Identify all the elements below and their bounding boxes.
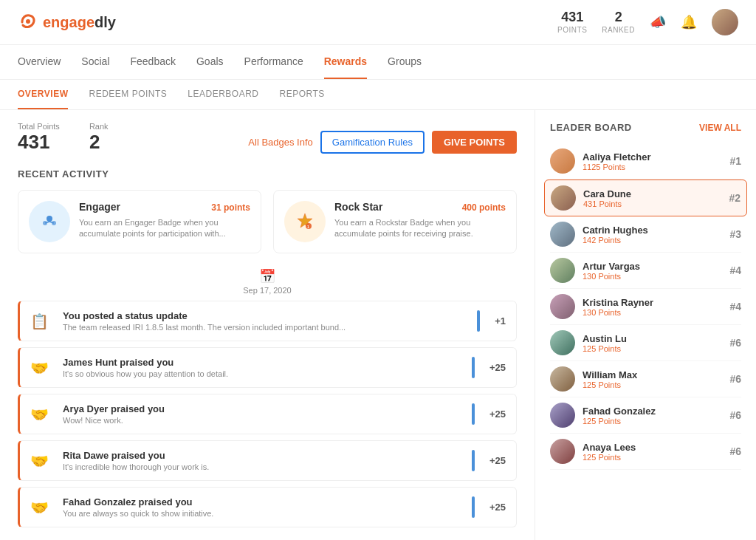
lb-name-8: Anaya Lees <box>583 442 722 453</box>
give-points-button[interactable]: GIVE POINTS <box>432 131 517 154</box>
lb-info-4: Kristina Rayner 130 Points <box>583 297 722 317</box>
activity-points-2: +25 <box>489 409 506 420</box>
subnav-leaderboard[interactable]: LEADERBOARD <box>188 80 258 109</box>
activity-content-3: Rita Dawe praised you It's incredible ho… <box>63 450 463 471</box>
rockstar-badge-info: Rock Star 400 points You earn a Rockstar… <box>334 201 506 242</box>
activity-divider-3 <box>472 450 475 471</box>
lb-avatar-2 <box>550 222 575 247</box>
gamification-rules-button[interactable]: Gamification Rules <box>320 131 425 154</box>
lb-name-2: Catrin Hughes <box>583 225 722 236</box>
activity-points-4: +25 <box>489 502 506 513</box>
header-ranked-value: 2 <box>602 10 635 26</box>
total-points-value: 431 <box>18 131 60 154</box>
activity-title-1: James Hunt praised you <box>63 357 463 368</box>
lb-points-6: 125 Points <box>583 380 722 389</box>
all-badges-info-button[interactable]: All Badges Info <box>248 137 312 148</box>
rockstar-badge-points: 400 points <box>462 202 506 213</box>
nav-goals[interactable]: Goals <box>196 45 224 79</box>
activity-item-2: 🤝 Arya Dyer praised you Wow! Nice work. … <box>18 394 517 434</box>
lb-item-6: William Max 125 Points #6 <box>550 361 741 397</box>
activity-item-3: 🤝 Rita Dawe praised you It's incredible … <box>18 440 517 481</box>
nav-feedback[interactable]: Feedback <box>131 45 176 79</box>
subnav-redeem[interactable]: REDEEM POINTS <box>89 80 167 109</box>
header-points-label: POINTS <box>557 26 587 35</box>
recent-activity-title: RECENT ACTIVITY <box>18 168 517 180</box>
lb-item-1: Cara Dune 431 Points #2 <box>544 180 747 216</box>
lb-rank-0: #1 <box>729 155 741 167</box>
lb-avatar-7 <box>550 403 575 428</box>
megaphone-icon[interactable]: 📣 <box>650 14 666 30</box>
lb-points-5: 125 Points <box>583 344 722 353</box>
lb-item-7: Fahad Gonzalez 125 Points #6 <box>550 397 741 434</box>
lb-name-5: Austin Lu <box>583 333 722 344</box>
engager-badge-desc: You earn an Engager Badge when you accum… <box>79 217 250 240</box>
lb-avatar-0 <box>550 148 575 174</box>
engager-badge-title: Engager <box>79 201 120 213</box>
sub-nav: OVERVIEW REDEEM POINTS LEADERBOARD REPOR… <box>0 80 756 110</box>
leaderboard-view-all[interactable]: VIEW ALL <box>699 123 741 133</box>
content: Total Points 431 Rank 2 All Badges Info … <box>0 110 756 540</box>
lb-name-4: Kristina Rayner <box>583 297 722 308</box>
lb-info-8: Anaya Lees 125 Points <box>583 442 722 462</box>
header: engagedly 431 POINTS 2 RANKED 📣 🔔 <box>0 0 756 45</box>
badge-card-rockstar: 1 Rock Star 400 points You earn a Rockst… <box>273 190 517 253</box>
nav-overview[interactable]: Overview <box>18 45 61 79</box>
activity-icon-4: 🤝 <box>30 499 54 516</box>
lb-avatar-4 <box>550 294 575 319</box>
header-points: 431 POINTS <box>557 10 587 35</box>
lb-rank-2: #3 <box>729 228 741 240</box>
activity-title-0: You posted a status update <box>63 310 468 321</box>
lb-item-5: Austin Lu 125 Points #6 <box>550 325 741 361</box>
lb-avatar-6 <box>550 366 575 392</box>
leaderboard-list: Aaliya Fletcher 1125 Points #1 Cara Dune… <box>550 143 741 470</box>
nav-rewards[interactable]: Rewards <box>324 45 367 79</box>
lb-name-7: Fahad Gonzalez <box>583 406 722 417</box>
subnav-overview[interactable]: OVERVIEW <box>18 80 68 109</box>
engager-badge-header: Engager 31 points <box>79 201 250 214</box>
activity-divider-1 <box>472 357 475 378</box>
total-points-label: Total Points <box>18 122 60 131</box>
lb-info-3: Artur Vargas 130 Points <box>583 261 722 281</box>
rockstar-badge-header: Rock Star 400 points <box>334 201 506 214</box>
activity-date: 📅 Sep 17, 2020 <box>18 268 517 295</box>
stats-right: All Badges Info Gamification Rules GIVE … <box>248 131 517 154</box>
activity-content-0: You posted a status update The team rele… <box>63 310 468 332</box>
subnav-reports[interactable]: REPORTS <box>280 80 325 109</box>
activity-item-0: 📋 You posted a status update The team re… <box>18 301 517 341</box>
activity-points-0: +1 <box>495 315 506 327</box>
notification-icon[interactable]: 🔔 <box>681 14 697 30</box>
lb-avatar-3 <box>550 258 575 283</box>
logo: engagedly <box>18 12 116 33</box>
lb-info-0: Aaliya Fletcher 1125 Points <box>583 151 722 171</box>
lb-name-6: William Max <box>583 369 722 380</box>
lb-avatar-5 <box>550 330 575 355</box>
lb-rank-7: #6 <box>729 409 741 421</box>
badge-card-engager: Engager 31 points You earn an Engager Ba… <box>18 190 261 253</box>
lb-item-8: Anaya Lees 125 Points #6 <box>550 434 741 470</box>
rank-label: Rank <box>89 122 109 131</box>
lb-points-0: 1125 Points <box>583 163 722 171</box>
nav-performance[interactable]: Performance <box>244 45 303 79</box>
header-ranked: 2 RANKED <box>602 10 635 35</box>
nav-social[interactable]: Social <box>81 45 109 79</box>
rank-stat: Rank 2 <box>89 122 109 154</box>
lb-points-1: 431 Points <box>583 199 721 208</box>
lb-rank-3: #4 <box>729 264 741 276</box>
lb-rank-5: #6 <box>729 337 741 349</box>
rockstar-badge-desc: You earn a Rockstar Badge when you accum… <box>334 217 506 240</box>
lb-info-5: Austin Lu 125 Points <box>583 333 722 353</box>
activity-desc-4: You are always so quick to show initiati… <box>63 509 463 518</box>
rank-value: 2 <box>89 131 109 154</box>
activity-title-4: Fahad Gonzalez praised you <box>63 496 463 507</box>
lb-points-3: 130 Points <box>583 272 722 281</box>
activity-divider-2 <box>472 403 475 425</box>
lb-name-1: Cara Dune <box>583 188 721 199</box>
nav-groups[interactable]: Groups <box>388 45 422 79</box>
lb-info-6: William Max 125 Points <box>583 369 722 389</box>
activity-icon-1: 🤝 <box>30 359 54 377</box>
header-right: 431 POINTS 2 RANKED 📣 🔔 <box>557 9 738 35</box>
user-avatar[interactable] <box>712 9 738 35</box>
activity-content-4: Fahad Gonzalez praised you You are alway… <box>63 496 463 518</box>
activity-item-1: 🤝 James Hunt praised you It's so obvious… <box>18 347 517 388</box>
svg-point-1 <box>47 216 52 222</box>
